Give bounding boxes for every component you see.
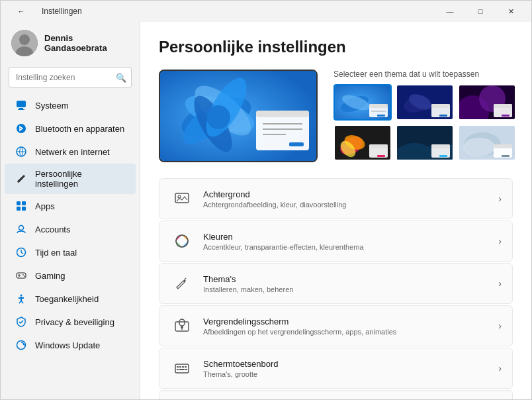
sidebar-item-gaming[interactable]: Gaming	[5, 264, 136, 287]
sidebar-item-toegankelijkheid[interactable]: Toegankelijkheid	[5, 287, 136, 310]
achtergrond-chevron: ›	[498, 193, 502, 204]
vergrendeling-title: Vergrendelingsscherm	[203, 317, 489, 326]
achtergrond-desc: Achtergrondafbeelding, kleur, diavoorste…	[203, 201, 489, 209]
schermtoetsenbord-title: Schermtoetsenbord	[203, 359, 489, 369]
sidebar-item-label-update: Windows Update	[35, 340, 100, 350]
avatar-image	[11, 30, 38, 56]
theme-thumb-1[interactable]	[333, 84, 392, 121]
achtergrond-icon	[170, 187, 194, 211]
themas-chevron: ›	[498, 278, 502, 289]
persoonlijk-icon	[15, 173, 27, 185]
svg-rect-66	[369, 144, 388, 148]
main-panel: Persoonlijke instellingen	[140, 22, 531, 399]
kleuren-title: Kleuren	[203, 232, 489, 242]
svg-point-86	[181, 326, 183, 328]
schermtoetsenbord-icon	[170, 356, 194, 380]
schermtoetsenbord-chevron: ›	[498, 363, 502, 374]
svg-rect-5	[18, 109, 24, 110]
settings-item-kleuren[interactable]: Kleuren Accentkleur, transparantie-effec…	[159, 221, 513, 262]
kleuren-icon	[170, 229, 194, 253]
svg-point-35	[206, 105, 230, 129]
sidebar-item-label-gaming: Gaming	[35, 271, 66, 281]
systeem-icon	[15, 99, 27, 111]
theme-thumb-4[interactable]	[333, 125, 392, 161]
svg-point-75	[463, 138, 495, 156]
achtergrond-text: Achtergrond Achtergrondafbeelding, kleur…	[203, 189, 489, 209]
settings-item-schermtoetsenbord[interactable]: Schermtoetsenbord Thema's, grootte ›	[159, 348, 513, 389]
kleuren-desc: Accentkleur, transparantie-effecten, kle…	[203, 243, 489, 251]
back-button[interactable]: ←	[6, 1, 36, 22]
vergrendeling-text: Vergrendelingsscherm Afbeeldingen op het…	[203, 317, 489, 336]
svg-rect-11	[17, 207, 21, 211]
svg-rect-41	[289, 142, 304, 146]
user-name: Dennis Gandasoebrata	[44, 33, 129, 53]
svg-rect-79	[175, 193, 189, 203]
tijd-icon	[15, 246, 27, 258]
search-input[interactable]	[9, 67, 132, 88]
svg-line-26	[21, 301, 23, 303]
toegankelijkheid-icon	[15, 293, 27, 305]
svg-rect-37	[256, 111, 309, 117]
gaming-icon	[15, 270, 27, 281]
sidebar-item-tijd[interactable]: Tijd en taal	[5, 241, 136, 264]
sidebar-item-update[interactable]: Windows Update	[5, 334, 136, 356]
sidebar-item-netwerk[interactable]: Netwerk en internet	[5, 140, 136, 163]
svg-rect-71	[431, 144, 450, 148]
svg-rect-91	[182, 366, 184, 368]
nav-list: Systeem Bluetooth en apparaten	[1, 93, 140, 357]
svg-rect-60	[502, 115, 510, 117]
close-button[interactable]: ✕	[496, 1, 526, 22]
theme-thumb-5[interactable]	[396, 125, 454, 161]
minimize-button[interactable]: —	[435, 1, 465, 22]
vergrendeling-icon	[170, 314, 194, 338]
svg-rect-53	[431, 104, 450, 108]
user-profile: Dennis Gandasoebrata	[1, 22, 140, 64]
update-icon	[15, 339, 27, 351]
themas-desc: Installeren, maken, beheren	[203, 285, 489, 293]
themes-title: Selecteer een thema dat u wilt toepassen	[333, 70, 516, 79]
apps-icon	[15, 200, 27, 212]
settings-item-vergrendeling[interactable]: Vergrendelingsscherm Afbeeldingen op het…	[159, 305, 513, 346]
svg-rect-12	[22, 207, 26, 211]
themas-text: Thema's Installeren, maken, beheren	[203, 274, 489, 293]
svg-rect-90	[179, 366, 181, 368]
settings-item-start[interactable]: Start Recente apps en items, mappen ›	[159, 390, 513, 399]
svg-rect-3	[17, 101, 26, 107]
theme-thumb-2[interactable]	[396, 84, 454, 121]
titlebar-left: ← Instellingen	[6, 1, 82, 22]
settings-item-achtergrond[interactable]: Achtergrond Achtergrondafbeelding, kleur…	[159, 178, 513, 219]
theme-preview	[159, 70, 318, 162]
bluetooth-icon	[15, 123, 27, 134]
svg-rect-72	[439, 155, 447, 157]
netwerk-icon	[15, 146, 27, 158]
achtergrond-title: Achtergrond	[203, 189, 489, 199]
svg-rect-78	[502, 155, 510, 157]
sidebar-item-label-netwerk: Netwerk en internet	[35, 147, 110, 157]
settings-item-themas[interactable]: Thema's Installeren, maken, beheren ›	[159, 263, 513, 304]
sidebar-item-bluetooth[interactable]: Bluetooth en apparaten	[5, 117, 136, 140]
themas-title: Thema's	[203, 274, 489, 284]
sidebar-item-persoonlijk[interactable]: Persoonlijke instellingen	[5, 164, 136, 194]
schermtoetsenbord-text: Schermtoetsenbord Thema's, grootte	[203, 359, 489, 378]
vergrendeling-desc: Afbeeldingen op het vergrendelingsscherm…	[203, 328, 489, 336]
sidebar-item-apps[interactable]: Apps	[5, 195, 136, 217]
vergrendeling-chevron: ›	[498, 321, 502, 331]
sidebar-item-accounts[interactable]: Accounts	[5, 218, 136, 240]
svg-point-21	[24, 275, 25, 277]
sidebar-item-privacy[interactable]: Privacy & beveiliging	[5, 311, 136, 333]
window-title: Instellingen	[42, 7, 82, 16]
theme-grid-section: Selecteer een thema dat u wilt toepassen	[333, 70, 516, 161]
svg-rect-88	[175, 364, 189, 373]
search-box: 🔍	[9, 67, 132, 88]
svg-rect-46	[369, 104, 388, 108]
titlebar: ← Instellingen — □ ✕	[1, 1, 531, 22]
theme-thumb-6[interactable]	[458, 125, 516, 161]
theme-grid	[333, 84, 516, 161]
svg-line-83	[185, 278, 186, 279]
sidebar: Dennis Gandasoebrata 🔍	[1, 22, 140, 399]
maximize-button[interactable]: □	[465, 1, 496, 22]
theme-thumb-3[interactable]	[458, 84, 516, 121]
svg-rect-4	[19, 108, 23, 109]
accounts-icon	[15, 223, 27, 235]
sidebar-item-systeem[interactable]: Systeem	[5, 94, 136, 117]
